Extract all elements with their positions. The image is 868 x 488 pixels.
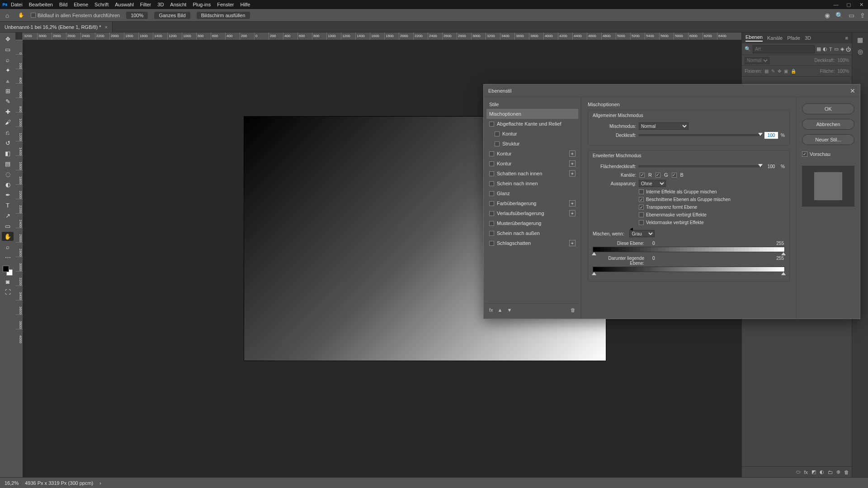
style-down-icon[interactable]: ▼ — [507, 307, 512, 313]
history-brush-tool-icon[interactable]: ↺ — [2, 138, 14, 147]
close-tab-icon[interactable]: × — [104, 24, 107, 30]
preview-checkbox[interactable]: Vorschau — [802, 151, 854, 157]
slider-thumb-icon[interactable] — [758, 164, 763, 167]
cloud-icon[interactable]: ◉ — [825, 12, 830, 19]
blendif-dropdown[interactable]: Grau — [629, 230, 655, 237]
lock-all-icon[interactable]: 🔒 — [791, 69, 796, 74]
heal-tool-icon[interactable]: ✚ — [2, 107, 14, 116]
status-chevron-icon[interactable]: › — [99, 480, 101, 486]
knockout-dropdown[interactable]: Ohne — [639, 180, 666, 187]
under-layer-gradient[interactable] — [593, 267, 785, 272]
style-checkbox[interactable] — [489, 211, 494, 216]
lock-pos-icon[interactable]: ✥ — [778, 69, 781, 74]
style-item[interactable]: Farbüberlagerung+ — [486, 198, 578, 208]
ruler-vertical[interactable]: 0200400600800100012001400160018002000220… — [15, 40, 23, 477]
fg-color-swatch[interactable] — [3, 266, 9, 272]
style-item[interactable]: Glanz — [486, 188, 578, 198]
add-effect-icon[interactable]: + — [569, 170, 576, 177]
style-checkbox[interactable] — [489, 161, 494, 166]
style-item[interactable]: Schein nach außen — [486, 228, 578, 238]
style-item[interactable]: Schein nach innen — [486, 178, 578, 188]
lasso-tool-icon[interactable]: ⌕ — [2, 55, 14, 64]
menu-bild[interactable]: Bild — [59, 2, 67, 7]
style-checkbox[interactable] — [489, 221, 494, 226]
style-checkbox[interactable] — [489, 201, 494, 206]
channel-r-checkbox[interactable] — [640, 173, 645, 178]
menu-schrift[interactable]: Schrift — [94, 2, 108, 7]
menu-hilfe[interactable]: Hilfe — [240, 2, 250, 7]
menu-filter[interactable]: Filter — [140, 2, 151, 7]
eraser-tool-icon[interactable]: ◧ — [2, 149, 14, 158]
style-item[interactable]: Struktur — [486, 139, 578, 149]
fill-opacity-slider[interactable] — [639, 165, 762, 167]
filter-shape-icon[interactable]: ▭ — [834, 46, 839, 52]
shape-tool-icon[interactable]: ▭ — [2, 221, 14, 230]
link-layers-icon[interactable]: ⬭ — [796, 469, 800, 475]
cb-transparency-shapes[interactable] — [639, 205, 644, 210]
cb-clipped-layers[interactable] — [639, 197, 644, 202]
fill-opacity-input[interactable]: 100 — [764, 163, 778, 170]
fill-screen-button[interactable]: Bildschirm ausfüllen — [197, 12, 250, 19]
ok-button[interactable]: OK — [802, 103, 854, 114]
menu-datei[interactable]: Datei — [11, 2, 23, 7]
layer-filter-input[interactable] — [753, 45, 815, 53]
window-close-icon[interactable]: ✕ — [856, 2, 866, 8]
group-icon[interactable]: 🗀 — [828, 469, 833, 475]
menu-ansicht[interactable]: Ansicht — [170, 2, 186, 7]
tab-kanaele[interactable]: Kanäle — [767, 35, 783, 41]
style-checkbox[interactable] — [489, 122, 494, 127]
add-effect-icon[interactable]: + — [569, 240, 576, 246]
screenmode-icon[interactable]: ⛶ — [2, 287, 14, 296]
menu-fenster[interactable]: Fenster — [217, 2, 234, 7]
panel-menu-icon[interactable]: ≡ — [845, 35, 848, 41]
style-checkbox[interactable] — [489, 231, 494, 236]
menu-ebene[interactable]: Ebene — [74, 2, 88, 7]
style-item[interactable]: Abgeflachte Kante und Relief — [486, 119, 578, 129]
opacity-slider[interactable] — [639, 134, 762, 136]
menu-bearbeiten[interactable]: Bearbeiten — [29, 2, 53, 7]
ruler-horizontal[interactable]: 3200300028002600240022002000180016001400… — [23, 33, 741, 40]
cb-internal-effects[interactable] — [639, 189, 644, 194]
channel-b-checkbox[interactable] — [672, 173, 677, 178]
filter-smart-icon[interactable]: ◈ — [840, 46, 844, 52]
blend-mode-dropdown[interactable]: Normal — [639, 122, 689, 130]
blur-tool-icon[interactable]: ◌ — [2, 169, 14, 178]
cancel-button[interactable]: Abbrechen — [802, 119, 854, 130]
menu-plugins[interactable]: Plug-ins — [193, 2, 211, 7]
opacity-value[interactable]: 100% — [837, 58, 849, 63]
marquee-tool-icon[interactable]: ▭ — [2, 45, 14, 54]
adjust-layer-icon[interactable]: ◐ — [820, 469, 824, 475]
lock-trans-icon[interactable]: ▦ — [764, 69, 769, 74]
new-style-button[interactable]: Neuer Stil... — [802, 134, 854, 145]
frame-tool-icon[interactable]: ⊞ — [2, 86, 14, 95]
edit-toolbar-icon[interactable]: ⋯ — [2, 253, 14, 262]
style-checkbox[interactable] — [489, 171, 494, 176]
style-checkbox[interactable] — [495, 141, 500, 146]
style-checkbox[interactable] — [489, 241, 494, 246]
zoom-tool-icon[interactable]: ⌕ — [2, 242, 14, 251]
eyedropper-tool-icon[interactable]: ✎ — [2, 97, 14, 106]
wand-tool-icon[interactable]: ✦ — [2, 66, 14, 75]
style-checkbox[interactable] — [489, 151, 494, 156]
fill-value[interactable]: 100% — [837, 69, 849, 74]
gradient-tool-icon[interactable]: ▤ — [2, 159, 14, 168]
add-effect-icon[interactable]: + — [569, 210, 576, 216]
layer-mask-icon[interactable]: ◩ — [811, 469, 816, 475]
hand-tool-icon[interactable]: ✋ — [18, 12, 24, 18]
opacity-input[interactable]: 100 — [764, 132, 778, 139]
this-layer-gradient[interactable] — [593, 247, 785, 252]
menu-3d[interactable]: 3D — [157, 2, 164, 7]
cb-vectormask-hides[interactable] — [639, 220, 644, 225]
style-item[interactable]: Schatten nach innen+ — [486, 169, 578, 178]
tab-3d[interactable]: 3D — [805, 35, 811, 41]
dialog-close-icon[interactable]: ✕ — [850, 87, 855, 94]
cb-layermask-hides[interactable] — [639, 212, 644, 217]
path-tool-icon[interactable]: ↗ — [2, 211, 14, 220]
window-maximize-icon[interactable]: ▢ — [844, 2, 854, 8]
tab-ebenen[interactable]: Ebenen — [745, 34, 763, 42]
stamp-tool-icon[interactable]: ⎌ — [2, 128, 14, 137]
lock-paint-icon[interactable]: ✎ — [771, 69, 775, 74]
style-checkbox[interactable] — [489, 181, 494, 186]
hand-tool-active-icon[interactable]: ✋ — [2, 232, 14, 241]
fx-menu-icon[interactable]: fx — [489, 307, 493, 313]
